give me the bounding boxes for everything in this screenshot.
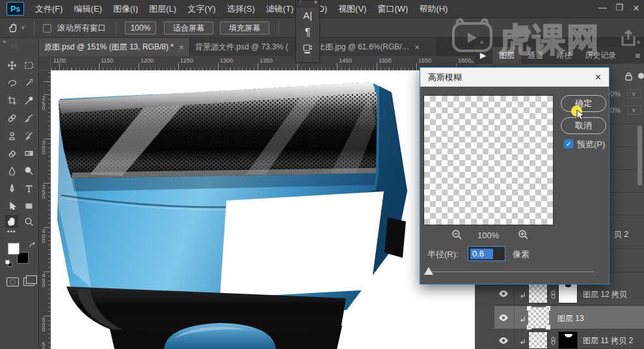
- menu-help[interactable]: 帮助(H): [419, 3, 448, 15]
- partial-layer-label[interactable]: 贝 2: [614, 229, 628, 240]
- edit-toolbar-dots-icon[interactable]: •••: [7, 228, 16, 235]
- layer-row-11-copy-2[interactable]: 图层 11 拷贝 2: [494, 330, 644, 349]
- eyedropper-tool[interactable]: [22, 94, 35, 107]
- zoom-in-icon[interactable]: [518, 229, 529, 243]
- panel-tab-channels[interactable]: 通道: [521, 47, 550, 64]
- ps-logo-icon[interactable]: Ps: [7, 2, 24, 16]
- character-panel-icon[interactable]: A|: [296, 10, 319, 21]
- scroll-all-windows-checkbox[interactable]: [43, 24, 51, 33]
- hand-tool[interactable]: [5, 215, 18, 228]
- radius-slider-track[interactable]: [427, 272, 594, 272]
- shape-tool[interactable]: [22, 199, 35, 212]
- move-tool[interactable]: [5, 59, 18, 72]
- screen-mode-icon[interactable]: [23, 277, 34, 286]
- layer-row-13-selected[interactable]: 图层 13: [494, 306, 644, 329]
- hand-tool-dropdown-chevron-icon[interactable]: ∨: [21, 24, 25, 31]
- menu-image[interactable]: 图像(I): [113, 3, 138, 15]
- zoom-out-icon[interactable]: [451, 229, 463, 243]
- layer-name[interactable]: 图层 12 拷贝: [583, 289, 627, 300]
- opacity-dropdown-chevron-icon[interactable]: ∨: [627, 89, 641, 98]
- radius-input[interactable]: 0.6: [468, 246, 505, 261]
- dialog-title-bar[interactable]: 高斯模糊 ×: [420, 68, 609, 87]
- menu-window[interactable]: 窗口(W): [377, 3, 408, 15]
- history-brush-tool[interactable]: [22, 129, 35, 142]
- glyphs-panel-icon[interactable]: [296, 44, 319, 57]
- type-tool[interactable]: [22, 182, 35, 195]
- doc-tab-close-icon[interactable]: ×: [415, 42, 420, 52]
- fit-screen-button[interactable]: 适合屏幕: [164, 21, 213, 35]
- fill-screen-button[interactable]: 填充屏幕: [220, 21, 269, 35]
- fill-lock-icon[interactable]: [638, 73, 644, 79]
- paragraph-panel-icon[interactable]: ¶: [296, 27, 319, 38]
- blur-preview-area[interactable]: [423, 95, 554, 225]
- brush-tool[interactable]: [22, 111, 35, 124]
- marquee-tool[interactable]: [22, 59, 35, 72]
- visibility-eye-icon[interactable]: [498, 335, 509, 347]
- lock-icon[interactable]: [624, 72, 633, 83]
- default-colors-icon[interactable]: [5, 260, 10, 264]
- layer-mask-thumbnail[interactable]: [558, 331, 578, 349]
- layers-scrollbar[interactable]: [637, 126, 642, 186]
- visibility-eye-icon[interactable]: [498, 288, 509, 300]
- menu-view[interactable]: 视图(V): [338, 3, 366, 15]
- radius-slider-thumb[interactable]: [424, 267, 433, 275]
- dialog-close-icon[interactable]: ×: [595, 72, 601, 83]
- panel-play-icon[interactable]: ▶: [480, 51, 486, 60]
- panel-collapse-right-icon[interactable]: »: [636, 38, 640, 46]
- menu-filter[interactable]: 滤镜(T): [266, 3, 294, 15]
- blur-tool[interactable]: [5, 164, 18, 177]
- doc-tab-original[interactable]: 原图.psd @ 151% (图层 13, RGB/8) * ×: [39, 38, 190, 56]
- lasso-tool[interactable]: [5, 76, 18, 89]
- menu-file[interactable]: 文件(F): [35, 3, 63, 15]
- panel-tab-history[interactable]: 历史记录: [578, 47, 623, 64]
- panel-tab-paths[interactable]: 路径: [550, 47, 578, 64]
- menu-edit[interactable]: 编辑(E): [74, 3, 102, 15]
- quick-mask-icon[interactable]: [7, 277, 19, 286]
- maximize-button-icon[interactable]: ❐: [614, 3, 624, 14]
- panel-collapse-left-icon[interactable]: «: [480, 38, 484, 46]
- swap-colors-icon[interactable]: [29, 240, 36, 252]
- crop-tool[interactable]: [5, 94, 18, 107]
- fill-dropdown-chevron-icon[interactable]: ∨: [627, 105, 641, 115]
- panel-menu-icon[interactable]: ≡: [635, 51, 640, 61]
- layer-thumbnail[interactable]: [528, 331, 548, 349]
- doc-tab-background-source[interactable]: 背景源文件.psd @ 73.3% (: [190, 38, 304, 56]
- spot-healing-tool[interactable]: [5, 111, 18, 124]
- doc-tab-compare[interactable]: 对比图.jpg @ 61.6%(RGB/… ×: [304, 38, 437, 56]
- preview-checkbox[interactable]: ✓: [564, 139, 573, 148]
- mask-link-icon[interactable]: [550, 336, 556, 348]
- mask-link-icon[interactable]: [550, 290, 556, 301]
- layer-name[interactable]: 图层 11 拷贝 2: [583, 335, 633, 346]
- float-panel-close-icon[interactable]: ×: [314, 0, 317, 6]
- gradient-tool[interactable]: [22, 147, 35, 160]
- dodge-tool[interactable]: [22, 164, 35, 177]
- menu-layer[interactable]: 图层(L): [149, 3, 176, 15]
- doc-tab-close-icon[interactable]: ×: [179, 42, 184, 52]
- visibility-eye-icon[interactable]: [498, 313, 509, 324]
- foreground-color-swatch[interactable]: [8, 243, 20, 255]
- horizontal-ruler[interactable]: 1100 1150 1200 1250 1300 1350 1400 1450 …: [51, 56, 475, 70]
- layer-name[interactable]: 图层 13: [557, 313, 584, 324]
- zoom-tool[interactable]: [22, 215, 35, 228]
- toolbar-grip-icon[interactable]: ⠿⠿: [10, 44, 18, 49]
- toolbar-collapse-icon[interactable]: «: [3, 38, 7, 45]
- minimize-button-icon[interactable]: —: [597, 3, 608, 14]
- layer-mask-thumbnail[interactable]: [558, 284, 578, 303]
- ruler-corner[interactable]: [39, 56, 51, 70]
- layer-thumbnail-selected[interactable]: [528, 307, 549, 328]
- float-panel-header[interactable]: ⠿ ×: [296, 1, 319, 7]
- document-canvas[interactable]: [51, 70, 475, 349]
- panel-tab-layers[interactable]: 图层: [492, 47, 521, 64]
- menu-type[interactable]: 文字(Y): [187, 3, 215, 15]
- clone-stamp-tool[interactable]: [5, 129, 18, 142]
- menu-select[interactable]: 选择(S): [226, 3, 254, 15]
- fill-value-fragment[interactable]: 0%: [610, 106, 621, 114]
- layer-thumbnail[interactable]: [528, 284, 548, 303]
- pen-tool[interactable]: [5, 182, 18, 195]
- vertical-ruler[interactable]: 250 300 350 400 450 500 550: [39, 70, 51, 349]
- eraser-tool[interactable]: [5, 147, 18, 160]
- hand-tool-icon[interactable]: [8, 22, 19, 36]
- path-select-tool[interactable]: [5, 199, 18, 212]
- zoom-100-button[interactable]: 100%: [125, 21, 156, 35]
- close-button-icon[interactable]: ×: [631, 3, 641, 14]
